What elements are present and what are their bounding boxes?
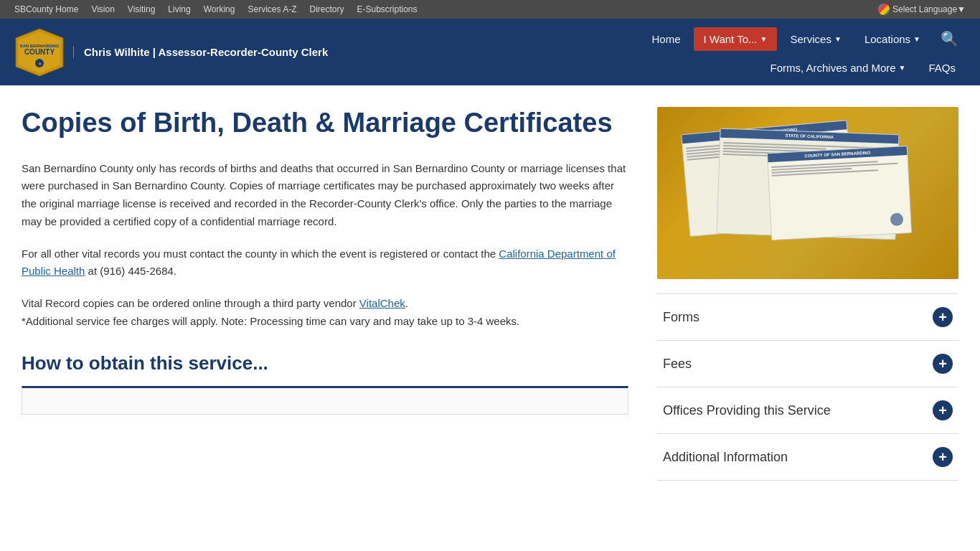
site-header: SAN BERNARDINO COUNTY ★ Chris Wilhite | …: [0, 19, 980, 85]
google-translate-widget[interactable]: Select Language ▼: [878, 4, 966, 15]
accordion-offices-expand-icon: +: [933, 400, 953, 420]
accordion-fees-header[interactable]: Fees +: [657, 341, 958, 387]
main-content: Copies of Birth, Death & Marriage Certif…: [22, 107, 628, 481]
svg-text:★: ★: [38, 62, 42, 66]
accordion: Forms + Fees + Offices Providing this Se…: [657, 293, 958, 481]
utility-link-living[interactable]: Living: [168, 4, 190, 14]
nav-forms-archives[interactable]: Forms, Archives and More ▼: [760, 56, 916, 80]
utility-link-working[interactable]: Working: [204, 4, 235, 14]
accordion-additional-title: Additional Information: [663, 450, 788, 465]
accordion-forms-header[interactable]: Forms +: [657, 294, 958, 340]
svg-text:COUNTY: COUNTY: [24, 48, 55, 56]
cert-card-3: COUNTY OF SAN BERNARDINO: [767, 146, 912, 240]
accordion-fees: Fees +: [657, 340, 958, 387]
locations-caret: ▼: [913, 35, 920, 43]
accordion-forms-title: Forms: [663, 310, 699, 325]
nav-home[interactable]: Home: [641, 27, 690, 51]
body-p3-suffix: .: [405, 297, 408, 309]
body-paragraph-2: For all other vital records you must con…: [22, 245, 628, 281]
department-name: Chris Wilhite | Assessor-Recorder-County…: [73, 46, 328, 58]
page-wrapper: Copies of Birth, Death & Marriage Certif…: [0, 85, 980, 502]
how-to-heading: How to obtain this service...: [22, 352, 628, 375]
content-area: Copies of Birth, Death & Marriage Certif…: [0, 85, 980, 502]
body-p4-text: *Additional service fee charges will app…: [22, 315, 519, 327]
county-logo: SAN BERNARDINO COUNTY ★: [14, 27, 65, 77]
cert-image-mock: COUNTY OF SAN BERNARDINO STATE: [657, 107, 958, 279]
services-caret: ▼: [834, 35, 842, 43]
utility-link-visiting[interactable]: Visiting: [128, 4, 155, 14]
nav-faqs[interactable]: FAQs: [918, 56, 966, 80]
utility-link-vision[interactable]: Vision: [91, 4, 114, 14]
accordion-fees-expand-icon: +: [933, 354, 953, 374]
utility-link-services-az[interactable]: Services A-Z: [248, 4, 296, 14]
translate-caret: ▼: [957, 4, 966, 14]
accordion-forms: Forms +: [657, 293, 958, 340]
body-p2-prefix: For all other vital records you must con…: [22, 248, 499, 260]
nav-row-2: Forms, Archives and More ▼ FAQs: [760, 56, 966, 80]
nav-services[interactable]: Services ▼: [780, 27, 851, 51]
main-navigation: Home I Want To... ▼ Services ▼ Locations…: [349, 24, 966, 80]
vitalchek-link[interactable]: VitalChek: [359, 297, 405, 309]
accordion-offices-header[interactable]: Offices Providing this Service +: [657, 387, 958, 433]
how-to-box: [22, 386, 628, 415]
cert-stack: COUNTY OF SAN BERNARDINO STATE: [680, 120, 936, 266]
accordion-forms-expand-icon: +: [933, 307, 953, 327]
nav-locations[interactable]: Locations ▼: [854, 27, 930, 51]
i-want-to-caret: ▼: [760, 35, 768, 43]
body-p2-suffix: at (916) 445-2684.: [85, 265, 176, 277]
body-paragraph-1: San Bernardino County only has records o…: [22, 160, 628, 231]
accordion-additional: Additional Information +: [657, 433, 958, 481]
accordion-offices-title: Offices Providing this Service: [663, 403, 831, 418]
body-p3-prefix: Vital Record copies can be ordered onlin…: [22, 297, 359, 309]
utility-link-directory[interactable]: Directory: [309, 4, 344, 14]
page-title: Copies of Birth, Death & Marriage Certif…: [22, 107, 628, 140]
forms-caret: ▼: [899, 64, 906, 72]
body-paragraph-3: Vital Record copies can be ordered onlin…: [22, 295, 628, 331]
accordion-additional-expand-icon: +: [933, 447, 953, 467]
search-button[interactable]: 🔍: [933, 24, 966, 53]
utility-link-esubscriptions[interactable]: E-Subscriptions: [357, 4, 418, 14]
google-icon: [878, 4, 890, 15]
cert-seal-3: [890, 213, 904, 227]
accordion-fees-title: Fees: [663, 357, 692, 372]
nav-row-1: Home I Want To... ▼ Services ▼ Locations…: [641, 24, 966, 53]
utility-link-sbcounty[interactable]: SBCounty Home: [14, 4, 78, 14]
accordion-offices: Offices Providing this Service +: [657, 387, 958, 433]
sidebar: COUNTY OF SAN BERNARDINO STATE: [657, 107, 958, 481]
nav-i-want-to[interactable]: I Want To... ▼: [694, 27, 778, 51]
logo-area: SAN BERNARDINO COUNTY ★ Chris Wilhite | …: [14, 27, 328, 77]
accordion-additional-header[interactable]: Additional Information +: [657, 434, 958, 480]
certificate-image: COUNTY OF SAN BERNARDINO STATE: [657, 107, 958, 279]
select-language-label: Select Language: [892, 4, 957, 14]
utility-bar: SBCounty Home Vision Visiting Living Wor…: [0, 0, 980, 19]
